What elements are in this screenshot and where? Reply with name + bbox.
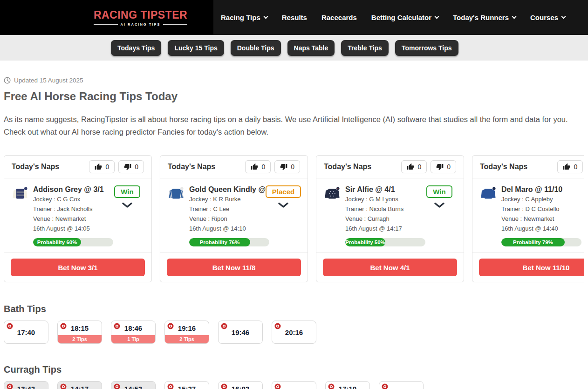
jockey-silk-icon [480,186,497,234]
thumbs-up-icon [95,163,102,171]
nap-card-footer: Bet Now 4/1 [316,253,464,282]
chevron-down-icon [435,14,439,19]
chevron-down-icon[interactable] [122,202,133,208]
race-time-tile[interactable]: 17:40 [4,321,48,344]
horse-name: Addison Grey @ 3/1 [33,185,110,194]
jockey-silk-icon [12,186,28,234]
nap-card-footer: Bet Now 11/8 [160,253,308,282]
main-nav: Racing TipsResultsRacecardsBetting Calcu… [213,0,588,35]
nav-item-betting-calculator[interactable]: Betting Calculator [371,14,438,21]
thumbs-down-count: 0 [447,163,451,171]
main-content: Updated 15 August 2025 Free AI Horse Rac… [0,61,588,389]
nap-card-title: Today's Naps [480,163,527,171]
bet-now-button[interactable]: Bet Now 11/8 [167,259,301,276]
race-time-tile[interactable]: 16:37 [272,381,316,389]
horse-name: Gold Queen Kindly @ 11/8 [189,185,267,194]
nap-card-footer: Bet Now 11/10 [472,253,584,282]
nap-card-body: Del Maro @ 11/10 Jockey : C Appleby Trai… [472,178,584,253]
thumbs-down-button[interactable]: 0 [118,160,144,173]
vote-buttons: 0 0 [557,160,584,173]
probability-track: Probability 76% [189,238,269,246]
subnav-pill-double-tips[interactable]: Double Tips [231,40,281,56]
horse-jockey: Jockey : G M Lyons [345,195,423,203]
chevron-down-icon[interactable] [278,202,289,208]
horse-jockey: Jockey : C Appleby [501,195,579,203]
race-time-tile[interactable]: 14:52 Results [111,381,156,389]
subnav-pill-todays-tips[interactable]: Todays Tips [111,40,161,56]
updated-text: Updated 15 August 2025 [14,77,83,84]
horse-venue: Venue : Newmarket [501,215,579,223]
thumbs-down-button[interactable]: 0 [431,160,456,173]
race-marker-icon [221,383,227,389]
race-marker-icon [7,323,13,329]
race-time-tile[interactable]: 18:46 1 Tip [111,321,156,344]
status-column: Placed [267,185,300,234]
race-marker-icon [60,323,67,329]
thumbs-up-button[interactable]: 0 [245,160,271,173]
race-datetime: 16th August @ 14:10 [189,225,267,232]
logo-area: RACING TIPSTER AI RACING TIPS [0,0,213,35]
race-time-tile[interactable]: 19:16 2 Tips [164,321,209,344]
probability-row: Probability 76% [189,238,300,246]
subnav-pill-lucky-15-tips[interactable]: Lucky 15 Tips [168,40,224,56]
thumbs-up-button[interactable]: 0 [401,160,427,173]
race-marker-icon [7,383,13,389]
nav-item-racecards[interactable]: Racecards [321,14,357,21]
status-badge: Win [114,185,140,198]
nap-card-body: Addison Grey @ 3/1 Jockey : C G Cox Trai… [4,178,151,253]
probability-label: Probability 60% [37,239,77,245]
race-marker-icon [167,323,174,329]
probability-fill: Probability 76% [189,238,250,246]
bet-now-button[interactable]: Bet Now 4/1 [323,259,457,276]
nap-card-header: Today's Naps 0 0 [4,156,151,178]
thumbs-up-button[interactable]: 0 [557,160,583,173]
race-time-tile[interactable]: 15:27 2 Tips [164,381,209,389]
race-time-tile[interactable]: 18:15 2 Tips [57,321,102,344]
nav-item-today-s-runners[interactable]: Today's Runners [453,14,516,21]
site-logo[interactable]: RACING TIPSTER AI RACING TIPS [94,9,187,27]
probability-label: Probability 50% [345,239,385,245]
race-tile-banner: 1 Tip [111,335,155,343]
race-marker-icon [114,323,120,329]
nap-card: Today's Naps 0 0 [316,155,464,282]
race-time-tile[interactable]: 17:45 [379,381,424,389]
bet-now-button[interactable]: Bet Now 3/1 [11,259,145,276]
status-badge: Placed [266,185,301,198]
status-column [579,185,584,234]
probability-fill: Probability 50% [345,238,385,246]
nav-item-racing-tips[interactable]: Racing Tips [221,14,267,21]
chevron-down-icon [263,14,268,19]
nap-card-footer: Bet Now 3/1 [4,253,151,282]
bet-now-button[interactable]: Bet Now 11/10 [479,259,584,276]
race-section-title: Curragh Tips [4,364,584,375]
horse-venue: Venue : Curragh [345,215,423,223]
nap-card-header: Today's Naps 0 0 [160,156,308,178]
race-time-tile[interactable]: 20:16 [272,321,316,344]
thumbs-up-count: 0 [261,163,265,171]
nav-item-results[interactable]: Results [282,14,307,21]
race-time-tile[interactable]: 16:02 1 Tip [218,381,263,389]
chevron-down-icon[interactable] [434,202,445,208]
race-time-tile[interactable]: 19:46 [218,321,263,344]
nap-card-title: Today's Naps [12,163,59,171]
thumbs-up-button[interactable]: 0 [89,160,115,173]
thumbs-down-count: 0 [291,163,294,171]
probability-fill: Probability 79% [501,238,565,246]
thumbs-down-icon [124,163,131,171]
horse-info: Del Maro @ 11/10 Jockey : C Appleby Trai… [501,185,579,234]
race-time-tile[interactable]: 14:17 Results [57,381,102,389]
race-time-tile[interactable]: 17:10 1 Tip [325,381,370,389]
thumbs-down-button[interactable]: 0 [274,160,300,173]
race-time-tile[interactable]: 13:42 Results [4,381,48,389]
nap-card-header: Today's Naps 0 0 [472,156,584,178]
race-marker-icon [328,383,335,389]
subnav-pill-treble-tips[interactable]: Treble Tips [341,40,389,56]
nav-item-courses[interactable]: Courses [530,14,565,21]
race-tiles-row: 13:42 Results 14:17 Results 14:52 Result… [4,381,584,389]
race-marker-icon [221,323,227,329]
horse-name: Del Maro @ 11/10 [501,185,579,194]
race-section: Curragh Tips 13:42 Results 14:17 Results… [4,364,584,389]
subnav-pill-tomorrows-tips[interactable]: Tomorrows Tips [395,40,458,56]
thumbs-up-count: 0 [417,163,421,171]
subnav-pill-naps-table[interactable]: Naps Table [287,40,335,56]
